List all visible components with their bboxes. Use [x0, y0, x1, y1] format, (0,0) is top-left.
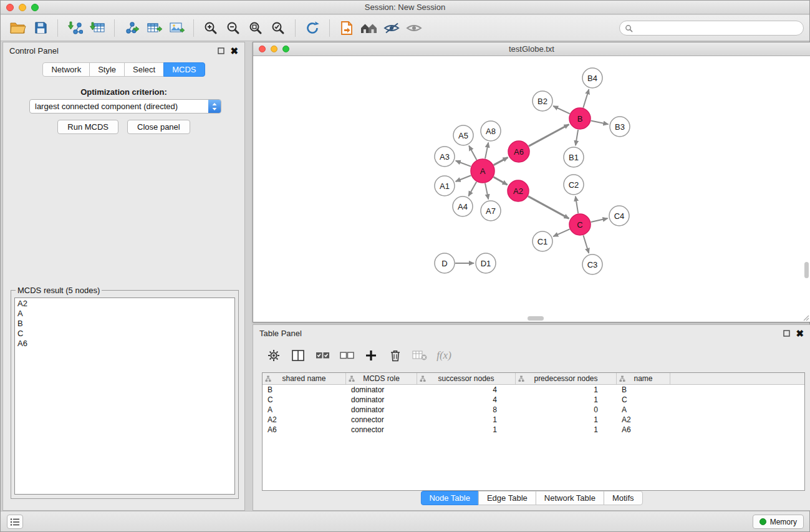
- graph-node-A6[interactable]: A6: [508, 141, 529, 162]
- table-row[interactable]: Bdominator41B: [263, 385, 804, 395]
- tab-network-table[interactable]: Network Table: [536, 491, 604, 505]
- tab-network[interactable]: Network: [42, 62, 90, 77]
- search-input[interactable]: [636, 24, 798, 32]
- curation-document-button[interactable]: [335, 17, 358, 39]
- close-table-panel-button[interactable]: ✖: [796, 329, 804, 338]
- graph-edge-C-C4[interactable]: [591, 218, 608, 222]
- mcds-result-item[interactable]: B: [17, 319, 232, 329]
- optimization-criterion-dropdown[interactable]: largest connected component (directed): [29, 99, 221, 114]
- zoom-in-button[interactable]: [200, 17, 222, 39]
- graph-node-A4[interactable]: A4: [453, 196, 473, 216]
- deselect-all-button[interactable]: [337, 346, 356, 365]
- table-cell[interactable]: A: [617, 405, 670, 415]
- tab-mcds[interactable]: MCDS: [163, 62, 205, 77]
- table-cell[interactable]: A6: [263, 425, 346, 435]
- graph-edge-A-A8[interactable]: [485, 143, 488, 159]
- run-mcds-button[interactable]: Run MCDS: [57, 120, 118, 134]
- mcds-result-item[interactable]: A6: [17, 339, 232, 349]
- table-row[interactable]: A6connector11A6: [263, 425, 804, 435]
- delete-table-button[interactable]: [410, 346, 429, 365]
- network-home-button[interactable]: [358, 17, 380, 39]
- graph-edge-A6-B[interactable]: [529, 125, 569, 147]
- table-cell[interactable]: B: [617, 385, 670, 395]
- graph-node-C1[interactable]: C1: [533, 231, 552, 251]
- graph-node-A7[interactable]: A7: [481, 201, 501, 221]
- table-cell[interactable]: connector: [346, 415, 417, 425]
- export-image-button[interactable]: [165, 17, 188, 39]
- graph-edge-C-C2[interactable]: [576, 196, 578, 213]
- open-session-button[interactable]: [7, 17, 29, 39]
- select-columns-button[interactable]: [289, 346, 307, 365]
- table-cell[interactable]: 1: [516, 425, 617, 435]
- table-cell[interactable]: 1: [516, 415, 617, 425]
- graph-node-A8[interactable]: A8: [481, 121, 501, 141]
- vertical-scrollbar-thumb[interactable]: [804, 262, 809, 278]
- graph-node-B[interactable]: B: [569, 108, 591, 129]
- graph-node-C4[interactable]: C4: [609, 206, 629, 226]
- table-cell[interactable]: A2: [617, 415, 670, 425]
- delete-column-button[interactable]: [386, 346, 405, 365]
- table-cell[interactable]: A: [263, 405, 346, 415]
- graph-node-B4[interactable]: B4: [582, 68, 602, 88]
- table-cell[interactable]: C: [617, 395, 670, 405]
- graph-node-A1[interactable]: A1: [435, 176, 455, 196]
- graph-node-A2[interactable]: A2: [508, 180, 529, 201]
- table-row[interactable]: Adominator80A: [263, 405, 804, 415]
- graph-edge-B-B1[interactable]: [576, 130, 578, 145]
- graph-edge-C-C1[interactable]: [553, 229, 569, 236]
- select-all-button[interactable]: [313, 346, 332, 365]
- tab-select[interactable]: Select: [124, 62, 164, 77]
- column-header-successor-nodes[interactable]: successor nodes: [417, 373, 516, 384]
- graph-node-A3[interactable]: A3: [435, 147, 455, 167]
- graph-node-C[interactable]: C: [569, 214, 591, 235]
- graph-edge-C-C3[interactable]: [583, 235, 589, 253]
- annotation-eye-button[interactable]: [380, 17, 403, 39]
- close-control-panel-button[interactable]: ✖: [230, 46, 238, 56]
- table-cell[interactable]: 8: [417, 405, 516, 415]
- table-cell[interactable]: 0: [516, 405, 617, 415]
- graph-node-A5[interactable]: A5: [453, 125, 473, 145]
- table-cell[interactable]: 1: [516, 395, 617, 405]
- table-cell[interactable]: 1: [516, 385, 617, 395]
- column-header-name[interactable]: name: [617, 373, 670, 384]
- function-builder-button[interactable]: f(x): [435, 346, 453, 365]
- import-network-button[interactable]: [64, 17, 86, 39]
- graph-node-B2[interactable]: B2: [533, 91, 552, 111]
- graph-edge-A-A5[interactable]: [469, 146, 476, 160]
- graph-node-D[interactable]: D: [435, 253, 455, 273]
- table-cell[interactable]: B: [263, 385, 346, 395]
- save-session-button[interactable]: [29, 17, 52, 39]
- tab-motifs[interactable]: Motifs: [604, 491, 643, 505]
- graph-edge-A-A4[interactable]: [468, 181, 476, 196]
- resize-grip-icon[interactable]: [802, 314, 809, 321]
- graph-node-B3[interactable]: B3: [610, 117, 630, 137]
- export-network-button[interactable]: [120, 17, 143, 39]
- table-cell[interactable]: dominator: [346, 385, 417, 395]
- table-settings-button[interactable]: [264, 346, 283, 365]
- import-table-button[interactable]: [86, 17, 108, 39]
- graph-edge-A-A7[interactable]: [485, 183, 488, 200]
- graph-node-A[interactable]: A: [471, 159, 494, 183]
- close-panel-button[interactable]: Close panel: [127, 120, 190, 134]
- graph-node-C2[interactable]: C2: [564, 175, 584, 195]
- table-cell[interactable]: C: [263, 395, 346, 405]
- float-table-panel-button[interactable]: [783, 330, 790, 337]
- graph-node-D1[interactable]: D1: [476, 253, 496, 273]
- graph-edge-B-B3[interactable]: [591, 121, 609, 125]
- show-hide-button[interactable]: [403, 17, 425, 39]
- graph-edge-B-B2[interactable]: [553, 106, 570, 114]
- table-cell[interactable]: dominator: [346, 395, 417, 405]
- zoom-out-button[interactable]: [222, 17, 244, 39]
- column-header-predecessor-nodes[interactable]: predecessor nodes: [516, 373, 617, 384]
- graph-edge-A-A1[interactable]: [456, 175, 471, 181]
- horizontal-scrollbar-thumb[interactable]: [528, 316, 544, 321]
- graph-edge-A-A3[interactable]: [456, 161, 471, 167]
- tab-edge-table[interactable]: Edge Table: [478, 491, 536, 505]
- mcds-result-item[interactable]: C: [17, 329, 232, 339]
- memory-button[interactable]: Memory: [753, 515, 804, 529]
- table-cell[interactable]: connector: [346, 425, 417, 435]
- table-cell[interactable]: A6: [617, 425, 670, 435]
- table-cell[interactable]: 4: [417, 385, 516, 395]
- graph-edge-B-B4[interactable]: [583, 89, 589, 108]
- zoom-selected-button[interactable]: [267, 17, 289, 39]
